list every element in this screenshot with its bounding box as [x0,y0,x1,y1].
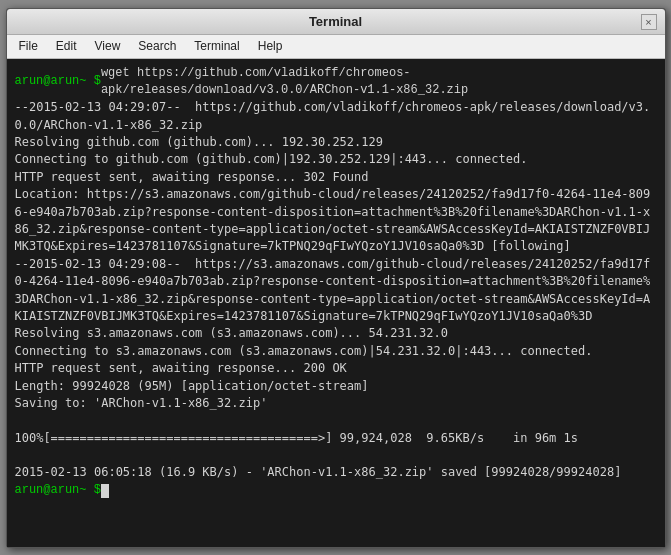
title-bar: Terminal × [7,9,665,35]
menu-terminal[interactable]: Terminal [186,37,247,55]
prompt-user-2: arun@arun [15,482,80,499]
prompt-user-1: arun@arun [15,73,80,90]
menu-edit[interactable]: Edit [48,37,85,55]
window-title: Terminal [309,14,362,29]
command-line-2: arun@arun ~ $ [15,482,657,499]
prompt-symbol-1: ~ $ [79,73,101,90]
menu-bar: File Edit View Search Terminal Help [7,35,665,59]
command-text-1: wget https://github.com/vladikoff/chrome… [101,65,657,100]
cursor [101,484,109,498]
terminal-window: Terminal × File Edit View Search Termina… [6,8,666,548]
menu-view[interactable]: View [87,37,129,55]
terminal-output: --2015-02-13 04:29:07-- https://github.c… [15,99,657,412]
prompt-symbol-2: ~ $ [79,482,101,499]
menu-file[interactable]: File [11,37,46,55]
command-line-1: arun@arun ~ $ wget https://github.com/vl… [15,65,657,100]
menu-help[interactable]: Help [250,37,291,55]
progress-output: 100%[===================================… [15,412,657,482]
close-button[interactable]: × [641,14,657,30]
menu-search[interactable]: Search [130,37,184,55]
terminal-body[interactable]: arun@arun ~ $ wget https://github.com/vl… [7,59,665,547]
